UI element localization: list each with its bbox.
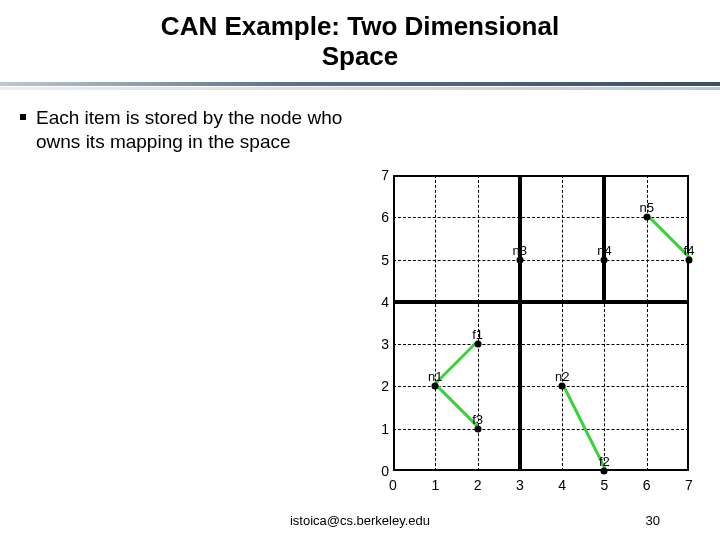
title-line-2: Space xyxy=(322,41,399,71)
x-tick: 7 xyxy=(685,477,693,493)
content-area: Each item is stored by the node who owns… xyxy=(0,90,720,154)
coordinate-chart: 0123456701234567n1n2n3n4n5f1f2f3f4 xyxy=(365,175,695,475)
slide-title: CAN Example: Two Dimensional Space xyxy=(0,0,720,72)
item-label: f2 xyxy=(599,454,610,469)
node-label: n1 xyxy=(428,369,442,384)
y-tick: 0 xyxy=(367,463,389,479)
node-label: n4 xyxy=(597,243,611,258)
y-tick: 6 xyxy=(367,209,389,225)
x-tick: 0 xyxy=(389,477,397,493)
y-tick: 7 xyxy=(367,167,389,183)
zone-border xyxy=(520,302,689,471)
y-tick: 3 xyxy=(367,336,389,352)
bullet-item: Each item is stored by the node who owns… xyxy=(20,106,380,154)
item-label: f3 xyxy=(472,412,483,427)
x-tick: 1 xyxy=(431,477,439,493)
y-tick: 5 xyxy=(367,252,389,268)
zone-border xyxy=(604,175,689,302)
y-tick: 4 xyxy=(367,294,389,310)
x-tick: 3 xyxy=(516,477,524,493)
zone-border xyxy=(393,175,520,302)
bullet-text: Each item is stored by the node who owns… xyxy=(36,106,380,154)
chart-grid: 0123456701234567n1n2n3n4n5f1f2f3f4 xyxy=(393,175,689,471)
footer-email: istoica@cs.berkeley.edu xyxy=(0,513,720,528)
item-label: f4 xyxy=(684,243,695,258)
node-label: n3 xyxy=(513,243,527,258)
node-label: n5 xyxy=(639,200,653,215)
title-underline xyxy=(0,82,720,90)
item-label: f1 xyxy=(472,327,483,342)
x-tick: 2 xyxy=(474,477,482,493)
zone-border xyxy=(520,175,605,302)
y-tick: 2 xyxy=(367,378,389,394)
y-tick: 1 xyxy=(367,421,389,437)
title-line-1: CAN Example: Two Dimensional xyxy=(161,11,559,41)
page-number: 30 xyxy=(646,513,660,528)
node-label: n2 xyxy=(555,369,569,384)
zone-border xyxy=(393,302,520,471)
x-tick: 6 xyxy=(643,477,651,493)
x-tick: 5 xyxy=(601,477,609,493)
bullet-marker xyxy=(20,114,26,120)
x-tick: 4 xyxy=(558,477,566,493)
